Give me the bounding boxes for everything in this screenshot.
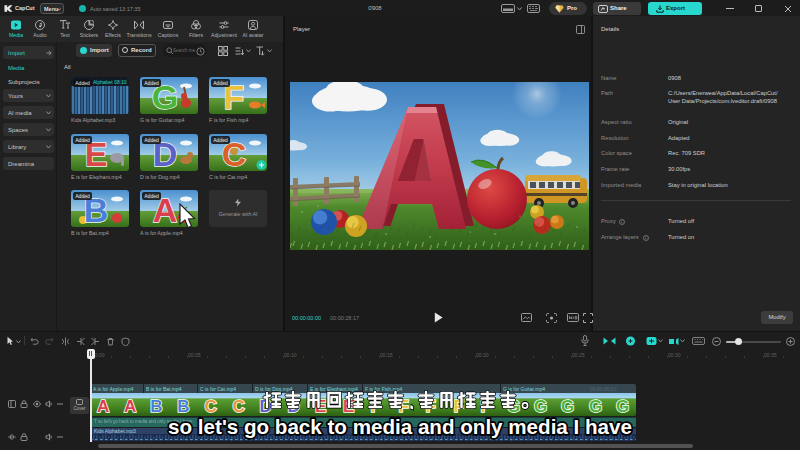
- svg-text:A: A: [124, 397, 136, 416]
- svg-text:A: A: [97, 397, 109, 416]
- svg-text:so let's go back to media and: so let's go back to media and only media…: [168, 415, 632, 438]
- svg-text:Alphabet 08:10: Alphabet 08:10: [93, 79, 127, 85]
